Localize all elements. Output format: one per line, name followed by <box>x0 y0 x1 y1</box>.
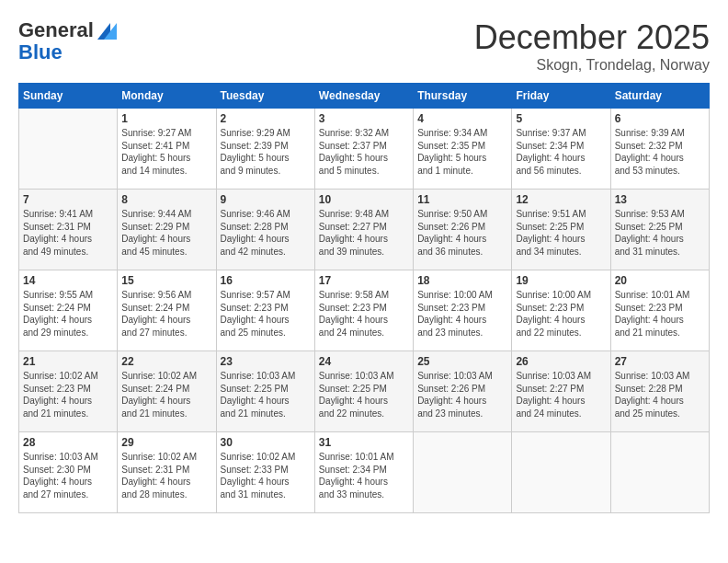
day-info: Sunrise: 9:46 AM Sunset: 2:28 PM Dayligh… <box>221 208 311 258</box>
calendar-cell: 2Sunrise: 9:29 AM Sunset: 2:39 PM Daylig… <box>216 109 314 190</box>
logo-text-general: General <box>18 18 94 42</box>
day-number: 1 <box>121 112 211 125</box>
calendar-cell: 30Sunrise: 10:02 AM Sunset: 2:33 PM Dayl… <box>216 432 314 513</box>
calendar-cell: 29Sunrise: 10:02 AM Sunset: 2:31 PM Dayl… <box>118 432 216 513</box>
logo-text-blue: Blue <box>18 42 63 63</box>
calendar-week-row: 14Sunrise: 9:55 AM Sunset: 2:24 PM Dayli… <box>19 270 710 351</box>
day-number: 31 <box>319 436 409 449</box>
calendar-week-row: 21Sunrise: 10:02 AM Sunset: 2:23 PM Dayl… <box>19 351 710 432</box>
day-number: 18 <box>417 274 507 287</box>
day-number: 9 <box>221 193 311 206</box>
day-info: Sunrise: 9:32 AM Sunset: 2:37 PM Dayligh… <box>319 127 409 177</box>
weekday-header-monday: Monday <box>118 84 216 109</box>
day-number: 2 <box>221 112 311 125</box>
day-info: Sunrise: 10:03 AM Sunset: 2:28 PM Daylig… <box>615 370 705 419</box>
day-info: Sunrise: 10:01 AM Sunset: 2:34 PM Daylig… <box>319 451 409 500</box>
day-info: Sunrise: 9:58 AM Sunset: 2:23 PM Dayligh… <box>319 289 409 339</box>
day-number: 11 <box>417 193 507 206</box>
calendar-cell: 27Sunrise: 10:03 AM Sunset: 2:28 PM Dayl… <box>610 351 709 432</box>
day-info: Sunrise: 9:44 AM Sunset: 2:29 PM Dayligh… <box>121 208 211 258</box>
calendar-week-row: 28Sunrise: 10:03 AM Sunset: 2:30 PM Dayl… <box>19 432 710 513</box>
day-number: 22 <box>121 355 211 368</box>
day-number: 28 <box>23 436 113 449</box>
weekday-header-row: SundayMondayTuesdayWednesdayThursdayFrid… <box>19 84 710 109</box>
calendar-cell: 3Sunrise: 9:32 AM Sunset: 2:37 PM Daylig… <box>314 109 413 190</box>
day-number: 17 <box>319 274 409 287</box>
day-info: Sunrise: 9:27 AM Sunset: 2:41 PM Dayligh… <box>121 127 211 177</box>
title-area: December 2025 Skogn, Trondelag, Norway <box>474 18 710 74</box>
calendar-cell: 28Sunrise: 10:03 AM Sunset: 2:30 PM Dayl… <box>19 432 118 513</box>
calendar-cell: 6Sunrise: 9:39 AM Sunset: 2:32 PM Daylig… <box>610 109 709 190</box>
day-number: 7 <box>23 193 113 206</box>
day-info: Sunrise: 9:51 AM Sunset: 2:25 PM Dayligh… <box>516 208 606 258</box>
calendar-cell: 17Sunrise: 9:58 AM Sunset: 2:23 PM Dayli… <box>314 270 413 351</box>
calendar-cell: 13Sunrise: 9:53 AM Sunset: 2:25 PM Dayli… <box>610 190 709 270</box>
calendar-cell: 26Sunrise: 10:03 AM Sunset: 2:27 PM Dayl… <box>512 351 610 432</box>
day-number: 26 <box>516 355 606 368</box>
calendar-cell: 24Sunrise: 10:03 AM Sunset: 2:25 PM Dayl… <box>314 351 413 432</box>
day-number: 6 <box>615 112 705 125</box>
calendar-cell: 14Sunrise: 9:55 AM Sunset: 2:24 PM Dayli… <box>19 270 118 351</box>
calendar-cell: 20Sunrise: 10:01 AM Sunset: 2:23 PM Dayl… <box>610 270 709 351</box>
day-info: Sunrise: 9:55 AM Sunset: 2:24 PM Dayligh… <box>23 289 113 339</box>
calendar-cell: 9Sunrise: 9:46 AM Sunset: 2:28 PM Daylig… <box>216 190 314 270</box>
day-info: Sunrise: 10:02 AM Sunset: 2:31 PM Daylig… <box>121 451 211 500</box>
day-info: Sunrise: 9:53 AM Sunset: 2:25 PM Dayligh… <box>615 208 705 258</box>
weekday-header-friday: Friday <box>512 84 610 109</box>
day-number: 23 <box>221 355 311 368</box>
weekday-header-thursday: Thursday <box>414 84 512 109</box>
calendar-cell: 4Sunrise: 9:34 AM Sunset: 2:35 PM Daylig… <box>414 109 512 190</box>
day-info: Sunrise: 9:34 AM Sunset: 2:35 PM Dayligh… <box>417 127 507 177</box>
day-info: Sunrise: 10:03 AM Sunset: 2:25 PM Daylig… <box>221 370 311 419</box>
day-number: 19 <box>516 274 606 287</box>
day-info: Sunrise: 10:03 AM Sunset: 2:30 PM Daylig… <box>23 451 113 500</box>
day-info: Sunrise: 9:50 AM Sunset: 2:26 PM Dayligh… <box>417 208 507 258</box>
day-number: 5 <box>516 112 606 125</box>
day-info: Sunrise: 10:02 AM Sunset: 2:23 PM Daylig… <box>23 370 113 419</box>
calendar-cell: 11Sunrise: 9:50 AM Sunset: 2:26 PM Dayli… <box>414 190 512 270</box>
day-number: 8 <box>121 193 211 206</box>
day-info: Sunrise: 9:57 AM Sunset: 2:23 PM Dayligh… <box>221 289 311 339</box>
calendar-cell <box>414 432 512 513</box>
day-number: 4 <box>417 112 507 125</box>
weekday-header-sunday: Sunday <box>19 84 118 109</box>
day-info: Sunrise: 9:39 AM Sunset: 2:32 PM Dayligh… <box>615 127 705 177</box>
calendar-cell: 12Sunrise: 9:51 AM Sunset: 2:25 PM Dayli… <box>512 190 610 270</box>
day-info: Sunrise: 10:03 AM Sunset: 2:25 PM Daylig… <box>319 370 409 419</box>
location-subtitle: Skogn, Trondelag, Norway <box>474 57 710 74</box>
day-number: 27 <box>615 355 705 368</box>
calendar-cell: 19Sunrise: 10:00 AM Sunset: 2:23 PM Dayl… <box>512 270 610 351</box>
day-number: 13 <box>615 193 705 206</box>
day-number: 24 <box>319 355 409 368</box>
day-info: Sunrise: 10:03 AM Sunset: 2:26 PM Daylig… <box>417 370 507 419</box>
day-info: Sunrise: 9:37 AM Sunset: 2:34 PM Dayligh… <box>516 127 606 177</box>
day-info: Sunrise: 10:02 AM Sunset: 2:24 PM Daylig… <box>121 370 211 419</box>
weekday-header-tuesday: Tuesday <box>216 84 314 109</box>
day-number: 16 <box>221 274 311 287</box>
calendar-cell: 10Sunrise: 9:48 AM Sunset: 2:27 PM Dayli… <box>314 190 413 270</box>
day-info: Sunrise: 9:29 AM Sunset: 2:39 PM Dayligh… <box>221 127 311 177</box>
day-info: Sunrise: 10:02 AM Sunset: 2:33 PM Daylig… <box>221 451 311 500</box>
day-info: Sunrise: 9:56 AM Sunset: 2:24 PM Dayligh… <box>121 289 211 339</box>
day-number: 20 <box>615 274 705 287</box>
calendar-cell <box>19 109 118 190</box>
calendar-cell: 23Sunrise: 10:03 AM Sunset: 2:25 PM Dayl… <box>216 351 314 432</box>
weekday-header-saturday: Saturday <box>610 84 709 109</box>
calendar-cell: 8Sunrise: 9:44 AM Sunset: 2:29 PM Daylig… <box>118 190 216 270</box>
calendar-cell: 1Sunrise: 9:27 AM Sunset: 2:41 PM Daylig… <box>118 109 216 190</box>
day-info: Sunrise: 10:03 AM Sunset: 2:27 PM Daylig… <box>516 370 606 419</box>
day-number: 3 <box>319 112 409 125</box>
day-number: 14 <box>23 274 113 287</box>
calendar-table: SundayMondayTuesdayWednesdayThursdayFrid… <box>18 83 710 513</box>
calendar-cell: 7Sunrise: 9:41 AM Sunset: 2:31 PM Daylig… <box>19 190 118 270</box>
calendar-cell: 15Sunrise: 9:56 AM Sunset: 2:24 PM Dayli… <box>118 270 216 351</box>
calendar-cell: 5Sunrise: 9:37 AM Sunset: 2:34 PM Daylig… <box>512 109 610 190</box>
day-number: 25 <box>417 355 507 368</box>
day-number: 29 <box>121 436 211 449</box>
calendar-cell: 18Sunrise: 10:00 AM Sunset: 2:23 PM Dayl… <box>414 270 512 351</box>
calendar-week-row: 7Sunrise: 9:41 AM Sunset: 2:31 PM Daylig… <box>19 190 710 270</box>
day-number: 15 <box>121 274 211 287</box>
calendar-cell: 21Sunrise: 10:02 AM Sunset: 2:23 PM Dayl… <box>19 351 118 432</box>
logo: General Blue <box>18 18 117 63</box>
page-header: General Blue December 2025 Skogn, Tronde… <box>18 18 710 74</box>
